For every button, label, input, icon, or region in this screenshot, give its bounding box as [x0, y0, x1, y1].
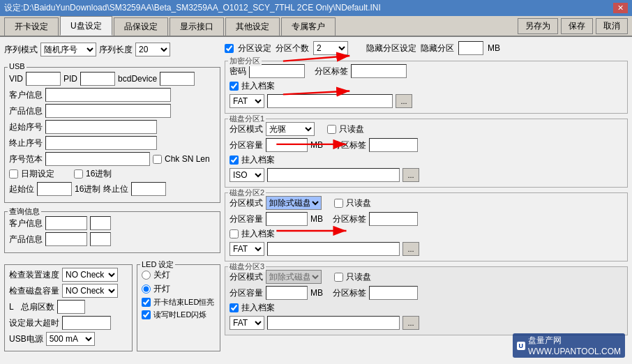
customer-input[interactable]: ZQ [45, 88, 171, 102]
end-sn-label: 终止序号 [9, 137, 43, 149]
end-bright-label: 开卡结束LED恒亮 [153, 297, 214, 308]
tab-pinbao[interactable]: 品保设定 [114, 17, 168, 36]
power-select[interactable]: 500 mA [46, 332, 95, 346]
disk2-readonly-label: 只读盘 [346, 271, 371, 283]
start-sn-input[interactable]: CCYYMMDDHHmmSS000000 [45, 120, 157, 134]
check-speed-label: 检查装置速度 [9, 269, 59, 281]
hex16-checkbox[interactable] [74, 169, 83, 179]
max-time-input[interactable]: 99999999 [62, 316, 111, 330]
disk1-tag-input[interactable]: Lun1 [369, 212, 418, 226]
check-disk-select[interactable]: NO Check [62, 284, 118, 298]
led-on-radio[interactable] [142, 285, 151, 294]
start-pos-input[interactable] [37, 182, 72, 196]
disk2-mode-select[interactable]: 卸除式磁盘 [266, 270, 322, 284]
disk2-mount-label: 挂入档案 [241, 302, 275, 314]
pid-label: PID [63, 74, 77, 84]
window-close-button[interactable]: ✕ [613, 3, 628, 13]
cdrom-iso-path[interactable]: E:\ZQDigital.iso [267, 168, 400, 182]
cdrom-size-input[interactable]: 103 [266, 138, 308, 152]
disk1-size-input[interactable]: 0 [266, 212, 308, 226]
disk1-browse-button[interactable]: ... [402, 242, 419, 256]
disk2-mb-label: MB [310, 288, 323, 298]
vid-input[interactable]: 090C [26, 72, 61, 86]
disk2-tag-label: 分区标签 [333, 287, 366, 299]
check-speed-select[interactable]: NO Check [62, 268, 118, 282]
partition-count-select[interactable]: 2 3 4 [313, 41, 348, 55]
query-product-num[interactable]: 16 [90, 232, 111, 246]
end-sn-input[interactable]: CCYYMMDDHHmmSS999999 [45, 136, 157, 150]
disk1-mode-label: 分区模式 [230, 197, 263, 209]
cdrom-title: 磁盘分区1 [228, 114, 266, 124]
query-product-input[interactable]: iWizard [45, 232, 87, 246]
disk2-mode-label: 分区模式 [230, 271, 263, 283]
disk1-mode-select[interactable]: 卸除式磁盘 [266, 196, 322, 210]
partition-enable-checkbox[interactable] [225, 44, 234, 53]
tab-other[interactable]: 其他设定 [225, 17, 280, 36]
cdrom-mode-label: 分区模式 [230, 123, 263, 135]
date-checkbox[interactable] [9, 169, 18, 179]
tab-customer[interactable]: 专属客户 [281, 17, 336, 36]
encrypt-mount-label: 挂入档案 [241, 80, 275, 92]
tab-udisk[interactable]: U盘设定 [60, 16, 112, 36]
encrypt-tag-label: 分区标签 [315, 66, 348, 77]
cdrom-tag-label: 分区标签 [333, 139, 366, 151]
check-disk-label: 检查磁盘容量 [9, 285, 59, 297]
cdrom-tag-input[interactable] [369, 138, 418, 152]
disk1-mount-path[interactable] [267, 242, 400, 256]
save-button[interactable]: 保存 [561, 18, 593, 34]
cdrom-mount-label: 挂入档案 [241, 154, 275, 166]
power-label: USB电源 [9, 333, 43, 345]
disk1-readonly-checkbox[interactable] [334, 199, 343, 208]
encrypt-tag-input[interactable]: SEC Disk [351, 64, 407, 78]
disk1-mount-checkbox[interactable] [230, 229, 239, 238]
encrypt-mount-path[interactable] [267, 94, 393, 108]
disk1-mb-label: MB [310, 214, 323, 224]
cdrom-mode-select[interactable]: 光驱 [266, 122, 315, 136]
disk2-size-input[interactable]: 200 [266, 286, 308, 300]
disk2-browse-button[interactable]: ... [402, 316, 419, 330]
encrypt-mount-checkbox[interactable] [230, 82, 239, 91]
disk1-fat-select[interactable]: FAT [230, 242, 264, 256]
product-input[interactable]: iWizard [45, 104, 171, 118]
total-input[interactable]: 0 [57, 300, 85, 314]
cdrom-browse-button[interactable]: ... [402, 168, 419, 182]
led-off-radio[interactable] [142, 271, 151, 280]
query-customer-input[interactable]: ZQ [45, 216, 87, 230]
bcd-input[interactable]: 1100 [160, 72, 195, 86]
pid-input[interactable]: 1000 [80, 72, 115, 86]
query-customer-num[interactable]: 8 [90, 216, 111, 230]
save-as-button[interactable]: 另存为 [518, 18, 558, 34]
total-label: 总扇区数 [21, 301, 54, 313]
start-pos-label: 起始位 [9, 183, 34, 195]
end-bright-checkbox[interactable] [142, 298, 151, 307]
title-text: 设定:D:\BaiduYunDownload\SM3259AA\Beta_SM3… [4, 2, 381, 14]
encrypt-browse-button[interactable]: ... [396, 94, 412, 108]
sequence-len-select[interactable]: 20 [135, 43, 170, 56]
end-pos-input[interactable] [131, 182, 166, 196]
tab-kaika[interactable]: 开卡设定 [4, 17, 59, 36]
customer-label: 客户信息 [9, 89, 43, 101]
date-label: 日期设定 [21, 168, 54, 180]
cancel-button[interactable]: 取消 [596, 18, 628, 34]
chk-sn-checkbox[interactable] [153, 155, 162, 164]
disk2-mount-checkbox[interactable] [230, 303, 239, 312]
disk2-readonly-checkbox[interactable] [334, 273, 343, 282]
disk2-size-label: 分区容量 [230, 287, 263, 299]
disk2-mount-path[interactable] [267, 316, 400, 330]
read-flash-checkbox[interactable] [142, 310, 151, 319]
sequence-mode-select[interactable]: 随机序号 [40, 43, 96, 56]
cdrom-mount-checkbox[interactable] [230, 156, 239, 165]
disk2-fat-select[interactable]: FAT [230, 316, 264, 330]
cdrom-readonly-checkbox[interactable] [327, 125, 336, 134]
disk1-tag-label: 分区标签 [333, 213, 366, 225]
hex16-label: 16进制 [86, 168, 112, 180]
disk2-tag-input[interactable]: Lun2 [369, 286, 418, 300]
bcd-label: bcdDevice [118, 74, 157, 84]
cdrom-iso-select[interactable]: ISO [230, 168, 264, 182]
hidden-part-input[interactable]: 32 [458, 41, 483, 55]
sn-version-input[interactable]: CCYYMMDDHHmmSS##### [45, 152, 150, 166]
encrypt-pwd-input[interactable]: 1111 [249, 64, 305, 78]
hidden-partition-label: 隐藏分区设定 [366, 43, 416, 54]
tab-display[interactable]: 显示接口 [170, 17, 224, 36]
encrypt-fat-select[interactable]: FAT [230, 94, 264, 108]
